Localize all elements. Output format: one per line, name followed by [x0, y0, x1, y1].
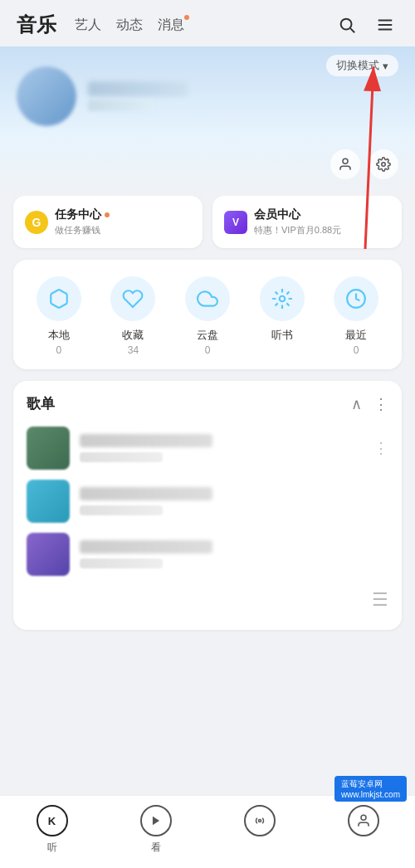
nav-listen[interactable]: K 听: [36, 804, 69, 855]
recent-icon: [334, 276, 378, 321]
watch-label: 看: [151, 841, 161, 855]
svg-point-12: [258, 820, 261, 822]
playlist-name-2: [80, 487, 212, 500]
local-icon: [37, 276, 81, 321]
svg-line-1: [350, 28, 354, 32]
vip-center-card[interactable]: V 会员中心 特惠！VIP首月0.88元: [212, 196, 402, 248]
audiobook-icon: [260, 276, 305, 321]
profile-subtitle: [88, 100, 154, 111]
recent-count: 0: [354, 344, 359, 356]
avatar-area: [17, 66, 76, 126]
watermark: 蓝莓安卓网 www.lmkjst.com: [334, 776, 407, 802]
listen-icon: K: [36, 804, 69, 837]
app-logo: 音乐: [17, 12, 56, 38]
vip-center-title: 会员中心: [254, 207, 341, 222]
playlist-header-icons: ∧ ⋮: [351, 395, 388, 413]
favorites-count: 34: [128, 344, 139, 356]
avatar[interactable]: [17, 66, 76, 126]
watch-icon: [139, 804, 173, 837]
playlist-more-icon[interactable]: ⋮: [374, 395, 388, 413]
svg-point-7: [279, 296, 285, 302]
playlist-name-1: [80, 434, 212, 447]
header-navigation: 艺人 动态 消息: [75, 17, 319, 34]
quick-local[interactable]: 本地 0: [37, 276, 81, 356]
listen-label: 听: [47, 841, 57, 855]
cloud-count: 0: [205, 344, 211, 356]
app-header: 音乐 艺人 动态 消息: [0, 0, 415, 46]
vip-center-content: 会员中心 特惠！VIP首月0.88元: [254, 207, 341, 237]
profile-name: [88, 81, 188, 96]
local-count: 0: [56, 344, 61, 356]
playlist-thumbnail-3: [27, 533, 70, 576]
nav-profile[interactable]: [347, 804, 380, 855]
playlist-header: 歌单 ∧ ⋮: [27, 394, 388, 413]
playlist-info-3: [80, 540, 388, 568]
task-center-card[interactable]: G 任务中心 做任务赚钱: [13, 196, 203, 248]
favorites-icon: [110, 276, 155, 321]
nav-messages[interactable]: 消息: [158, 17, 184, 34]
playlist-item[interactable]: [27, 533, 388, 576]
vip-center-icon: V: [224, 211, 247, 234]
cloud-icon: [185, 276, 230, 321]
header-icon-group: [334, 12, 398, 38]
section-more-icon[interactable]: ☰: [372, 589, 388, 611]
playlist-meta-1: [80, 452, 163, 462]
local-label: 本地: [48, 328, 70, 343]
favorites-label: 收藏: [122, 328, 144, 343]
playlist-items: ⋮: [27, 427, 388, 576]
svg-point-0: [341, 19, 352, 30]
task-notification-dot: [105, 212, 110, 217]
switch-mode-arrow: ▾: [383, 60, 388, 72]
profile-banner: 切换模式 ▾: [0, 46, 415, 196]
playlist-meta-2: [80, 505, 163, 515]
nav-dynamic[interactable]: 动态: [116, 17, 143, 34]
quick-access-section: 本地 0 收藏 34 云盘 0: [13, 260, 402, 369]
playlist-info-1: [80, 434, 364, 462]
profile-action-icons: [330, 149, 398, 179]
quick-access-grid: 本地 0 收藏 34 云盘 0: [22, 276, 393, 356]
playlist-item[interactable]: [27, 480, 388, 523]
search-button[interactable]: [334, 12, 360, 38]
playlist-thumbnail-2: [27, 480, 70, 523]
task-center-title: 任务中心: [55, 207, 110, 222]
playlist-thumbnail-1: [27, 427, 70, 470]
nav-artist[interactable]: 艺人: [75, 17, 101, 34]
recent-label: 最近: [345, 328, 367, 343]
playlist-meta-3: [80, 558, 163, 568]
playlist-info-2: [80, 487, 388, 515]
profile-info: [88, 81, 188, 111]
playlist-name-3: [80, 540, 212, 553]
settings-icon[interactable]: [369, 149, 398, 179]
playlist-collapse-icon[interactable]: ∧: [351, 395, 362, 413]
playlist-item[interactable]: ⋮: [27, 427, 388, 470]
switch-mode-label: 切换模式: [336, 58, 379, 73]
svg-point-6: [382, 163, 386, 167]
quick-recent[interactable]: 最近 0: [334, 276, 378, 356]
playlist-item-more-1[interactable]: ⋮: [374, 439, 388, 457]
playlist-section: 歌单 ∧ ⋮ ⋮: [13, 381, 402, 630]
radio-icon: [243, 804, 276, 837]
task-center-icon: G: [25, 211, 48, 234]
profile-nav-icon: [347, 804, 380, 837]
switch-mode-button[interactable]: 切换模式 ▾: [326, 55, 398, 76]
feature-cards: G 任务中心 做任务赚钱 V 会员中心 特惠！VIP首月0.88元: [0, 196, 415, 248]
vip-center-subtitle: 特惠！VIP首月0.88元: [254, 224, 341, 237]
bottom-navigation: K 听 看: [0, 795, 415, 868]
menu-button[interactable]: [372, 12, 398, 38]
cloud-label: 云盘: [197, 328, 218, 343]
nav-radio[interactable]: [243, 804, 276, 855]
quick-cloud[interactable]: 云盘 0: [185, 276, 230, 356]
task-center-subtitle: 做任务赚钱: [55, 224, 110, 237]
quick-favorites[interactable]: 收藏 34: [110, 276, 155, 356]
audiobook-label: 听书: [271, 328, 293, 343]
svg-point-5: [343, 158, 348, 163]
quick-audiobook[interactable]: 听书: [260, 276, 305, 344]
playlist-title: 歌单: [27, 394, 55, 413]
svg-marker-11: [152, 817, 159, 826]
svg-point-13: [361, 815, 366, 820]
task-center-content: 任务中心 做任务赚钱: [55, 207, 110, 237]
profile-edit-icon[interactable]: [330, 149, 360, 179]
nav-watch[interactable]: 看: [139, 804, 173, 855]
